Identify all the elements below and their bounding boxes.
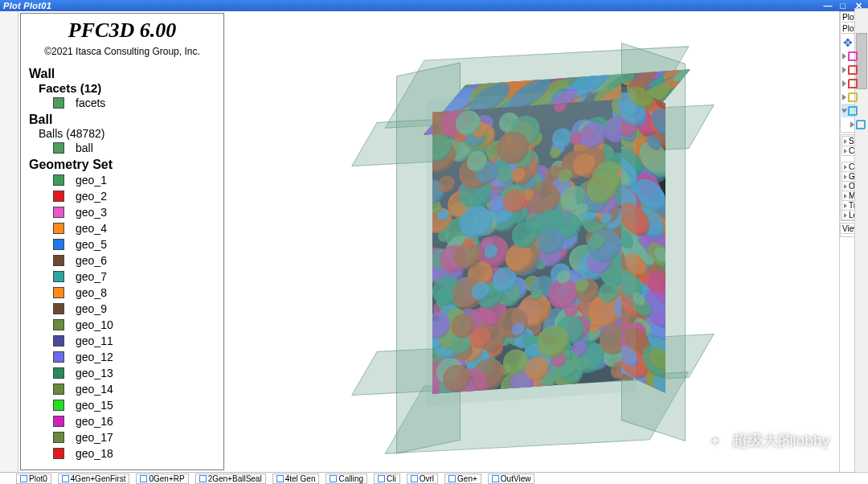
geo-legend-row: geo_15 bbox=[29, 397, 215, 413]
tab-icon bbox=[62, 475, 69, 482]
geo-label: geo_12 bbox=[76, 351, 113, 363]
geo-legend-row: geo_13 bbox=[29, 365, 215, 381]
bottom-tab[interactable]: 2Gen+BallSeal bbox=[195, 474, 266, 484]
ball-swatch bbox=[53, 142, 64, 154]
window-titlebar[interactable]: Plot Plot01 — □ ✕ bbox=[0, 0, 868, 11]
geo-swatch bbox=[53, 448, 64, 459]
geo-legend-row: geo_12 bbox=[29, 349, 215, 365]
bottom-tab[interactable]: Calling bbox=[326, 474, 367, 484]
geo-legend-row: geo_16 bbox=[29, 413, 215, 429]
facets-count-label: Facets (12) bbox=[39, 81, 215, 95]
bottom-tab[interactable]: 0Gen+RP bbox=[136, 474, 188, 484]
tab-icon bbox=[411, 475, 418, 482]
geo-swatch bbox=[53, 367, 64, 379]
geo-label: geo_6 bbox=[76, 254, 107, 267]
geo-label: geo_18 bbox=[76, 447, 113, 460]
facets-swatch bbox=[53, 97, 64, 109]
geo-swatch bbox=[53, 239, 64, 250]
tab-icon bbox=[276, 475, 284, 482]
geo-legend-row: geo_10 bbox=[29, 317, 215, 333]
model-scene bbox=[388, 45, 678, 439]
ball-heading: Ball bbox=[29, 113, 215, 127]
wall-cube-icon bbox=[848, 51, 858, 61]
bottom-tab[interactable]: Cli bbox=[374, 474, 400, 484]
tab-icon bbox=[140, 475, 147, 482]
geo-label: geo_15 bbox=[76, 399, 113, 412]
geo-legend-row: geo_7 bbox=[29, 269, 215, 285]
facets-label: facets bbox=[76, 96, 105, 109]
geo-label: geo_4 bbox=[76, 222, 107, 235]
geo-label: geo_17 bbox=[76, 431, 113, 444]
geo-legend-row: geo_3 bbox=[29, 204, 215, 220]
geo-legend-row: geo_18 bbox=[29, 445, 215, 461]
ball-legend-row: ball bbox=[29, 140, 215, 156]
geo-legend-row: geo_8 bbox=[29, 285, 215, 301]
bottom-tab[interactable]: 4tel Gen bbox=[272, 474, 320, 484]
ball-cube-icon bbox=[848, 65, 858, 75]
geom-cube-icon bbox=[848, 92, 858, 102]
tab-icon bbox=[378, 475, 385, 482]
tab-icon bbox=[492, 475, 499, 482]
facets-legend-row: facets bbox=[29, 95, 215, 111]
geo-label: geo_11 bbox=[76, 334, 113, 347]
geo-label: geo_7 bbox=[76, 270, 107, 283]
tab-icon bbox=[199, 475, 207, 482]
wall-plate-front-glass bbox=[427, 85, 636, 405]
geo-swatch bbox=[53, 223, 64, 234]
bottom-tab[interactable]: Plot0 bbox=[16, 474, 51, 484]
geo-legend-row: geo_9 bbox=[29, 301, 215, 317]
geo-label: geo_9 bbox=[76, 302, 107, 315]
geo-label: geo_14 bbox=[76, 383, 113, 396]
geo-swatch bbox=[53, 400, 64, 411]
maximize-button[interactable]: □ bbox=[837, 1, 850, 10]
geo-legend-row: geo_14 bbox=[29, 381, 215, 397]
geo-swatch bbox=[53, 174, 64, 186]
geo-swatch bbox=[53, 432, 64, 443]
copyright-text: ©2021 Itasca Consulting Group, Inc. bbox=[24, 43, 220, 62]
geo-label: geo_5 bbox=[76, 238, 107, 251]
geo-swatch bbox=[53, 287, 64, 298]
geo-label: geo_16 bbox=[76, 415, 113, 428]
tab-icon bbox=[330, 475, 337, 482]
geo-label: geo_1 bbox=[76, 174, 107, 187]
geo-label: geo_8 bbox=[76, 286, 107, 299]
geo-swatch bbox=[53, 255, 64, 266]
window-title: Plot Plot01 bbox=[3, 1, 51, 10]
geo-swatch bbox=[53, 271, 64, 282]
left-gutter bbox=[0, 11, 18, 472]
bottom-tab-bar: Plot04Gen+GenFirst0Gen+RP2Gen+BallSeal4t… bbox=[0, 472, 868, 484]
geo-swatch bbox=[53, 335, 64, 347]
geo-legend-row: geo_1 bbox=[29, 172, 215, 188]
bottom-tab[interactable]: Gen+ bbox=[444, 474, 481, 484]
geo-label: geo_13 bbox=[76, 367, 113, 379]
balls-count-label: Balls (48782) bbox=[39, 127, 215, 140]
legend-panel: PFC3D 6.00 ©2021 Itasca Consulting Group… bbox=[20, 13, 224, 470]
geo-label: geo_2 bbox=[76, 190, 107, 203]
geo-swatch bbox=[53, 207, 64, 218]
rblock-cube-icon bbox=[848, 79, 858, 88]
geometry-set-heading: Geometry Set bbox=[29, 158, 215, 172]
bottom-tab[interactable]: OutView bbox=[488, 474, 535, 484]
geo-legend-row: geo_17 bbox=[29, 429, 215, 445]
geo-swatch bbox=[53, 319, 64, 330]
watermark-text: 超级大的lobby bbox=[732, 430, 829, 451]
geo-swatch bbox=[53, 191, 64, 202]
tab-icon bbox=[20, 475, 27, 482]
tab-icon bbox=[448, 475, 456, 482]
ball-label: ball bbox=[76, 142, 93, 154]
wall-heading: Wall bbox=[29, 67, 215, 81]
watermark: ✦ 超级大的lobby bbox=[705, 430, 829, 451]
move-icon: ✥ bbox=[841, 36, 854, 49]
bottom-tab[interactable]: 4Gen+GenFirst bbox=[58, 474, 130, 484]
bottom-tab[interactable]: Ovrl bbox=[407, 474, 438, 484]
product-title: PFC3D 6.00 bbox=[24, 18, 220, 43]
3d-viewport[interactable]: ✦ 超级大的lobby bbox=[226, 11, 840, 472]
geo-legend-row: geo_4 bbox=[29, 220, 215, 236]
geo-label: geo_3 bbox=[76, 206, 107, 219]
geo-swatch bbox=[53, 384, 64, 395]
geo-legend-row: geo_2 bbox=[29, 188, 215, 204]
minimize-button[interactable]: — bbox=[821, 1, 834, 10]
geo-swatch bbox=[53, 351, 64, 363]
geo-swatch bbox=[53, 416, 64, 427]
geo-legend-row: geo_6 bbox=[29, 252, 215, 269]
